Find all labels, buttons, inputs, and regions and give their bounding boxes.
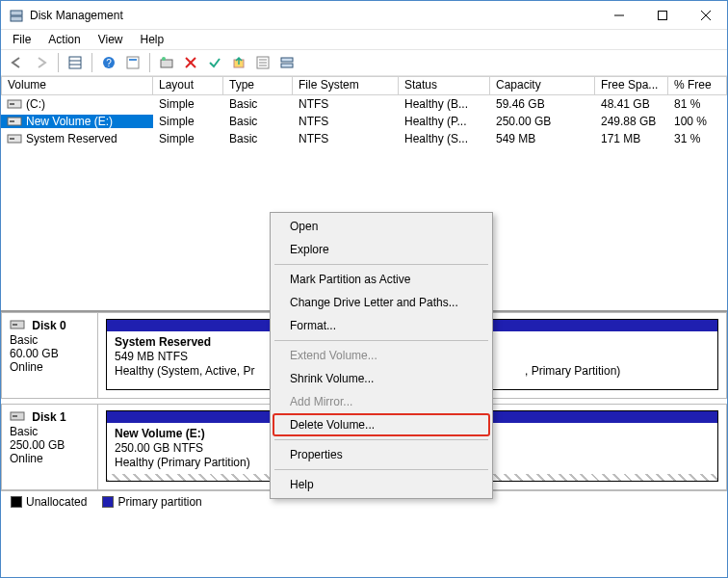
ctx-separator bbox=[274, 264, 488, 265]
help-icon[interactable]: ? bbox=[98, 52, 119, 73]
toolbar-separator bbox=[58, 53, 59, 72]
cell-capacity: 549 MB bbox=[490, 132, 595, 145]
cell-free: 249.88 GB bbox=[595, 115, 668, 128]
ctx-format[interactable]: Format... bbox=[273, 314, 490, 337]
ctx-delete-volume[interactable]: Delete Volume... bbox=[273, 413, 490, 436]
partition[interactable]: System Reserved 549 MB NTFS Healthy (Sys… bbox=[106, 319, 274, 390]
toolbar: ? bbox=[1, 49, 727, 76]
detail-icon[interactable] bbox=[276, 52, 298, 73]
svg-rect-1 bbox=[11, 16, 22, 21]
cell-pfree: 31 % bbox=[668, 132, 726, 145]
svg-rect-6 bbox=[69, 57, 81, 68]
partition-status: Healthy (Primary Partition) bbox=[115, 456, 250, 469]
legend-unallocated: Unallocated bbox=[11, 495, 87, 509]
partition-title: New Volume (E:) bbox=[115, 427, 205, 440]
svg-rect-31 bbox=[13, 324, 17, 326]
disk-icon bbox=[10, 410, 25, 425]
cell-type: Basic bbox=[223, 132, 293, 145]
refresh-icon[interactable] bbox=[156, 52, 177, 73]
cell-type: Basic bbox=[223, 97, 293, 111]
table-row[interactable]: (C:) Simple Basic NTFS Healthy (B... 59.… bbox=[1, 95, 727, 113]
svg-rect-3 bbox=[658, 11, 666, 19]
svg-point-14 bbox=[162, 57, 166, 61]
maximize-button[interactable] bbox=[640, 1, 684, 29]
col-free[interactable]: Free Spa... bbox=[595, 76, 668, 95]
swatch-primary bbox=[102, 496, 114, 508]
disk-type: Basic bbox=[10, 333, 38, 347]
partition-status: , Primary Partition) bbox=[525, 364, 620, 378]
col-layout[interactable]: Layout bbox=[153, 76, 223, 95]
minimize-button[interactable] bbox=[597, 1, 640, 29]
col-capacity[interactable]: Capacity bbox=[490, 76, 595, 95]
ctx-explore[interactable]: Explore bbox=[273, 238, 490, 261]
ctx-help[interactable]: Help bbox=[273, 473, 490, 496]
svg-rect-23 bbox=[281, 64, 293, 67]
ctx-open[interactable]: Open bbox=[273, 215, 490, 238]
volume-name: (C:) bbox=[26, 97, 45, 111]
col-status[interactable]: Status bbox=[399, 76, 490, 95]
ctx-properties[interactable]: Properties bbox=[273, 443, 490, 466]
cell-fs: NTFS bbox=[293, 97, 399, 111]
disk-id: Disk 1 bbox=[32, 410, 65, 424]
col-fs[interactable]: File System bbox=[293, 76, 399, 95]
volume-list-header: Volume Layout Type File System Status Ca… bbox=[1, 76, 727, 95]
drive-icon bbox=[7, 133, 22, 144]
col-percent-free[interactable]: % Free bbox=[668, 76, 727, 95]
ctx-separator bbox=[274, 340, 488, 341]
disk-size: 60.00 GB bbox=[10, 347, 59, 360]
cell-capacity: 250.00 GB bbox=[490, 115, 595, 128]
delete-icon[interactable] bbox=[180, 52, 201, 73]
partition-title: System Reserved bbox=[115, 335, 211, 349]
disk-status: Online bbox=[10, 360, 43, 374]
menu-action[interactable]: Action bbox=[40, 32, 88, 47]
cell-free: 171 MB bbox=[595, 132, 668, 145]
toolbar-separator bbox=[149, 53, 150, 72]
titlebar: Disk Management bbox=[1, 1, 727, 30]
list-icon[interactable] bbox=[252, 52, 273, 73]
ctx-change-letter[interactable]: Change Drive Letter and Paths... bbox=[273, 291, 490, 314]
disk-label[interactable]: Disk 1 Basic 250.00 GB Online bbox=[2, 405, 98, 489]
window-controls bbox=[597, 1, 727, 29]
partition-status: Healthy (System, Active, Pr bbox=[115, 364, 254, 378]
close-button[interactable] bbox=[684, 1, 727, 29]
cell-free: 48.41 GB bbox=[595, 97, 668, 111]
back-button[interactable] bbox=[7, 52, 28, 73]
menu-help[interactable]: Help bbox=[133, 32, 172, 47]
menubar: File Action View Help bbox=[1, 30, 727, 49]
menu-view[interactable]: View bbox=[91, 32, 131, 47]
disk-label[interactable]: Disk 0 Basic 60.00 GB Online bbox=[2, 313, 98, 398]
cell-fs: NTFS bbox=[293, 115, 399, 128]
cell-type: Basic bbox=[223, 115, 293, 128]
cell-pfree: 100 % bbox=[668, 115, 726, 128]
disk-size: 250.00 GB bbox=[10, 438, 65, 452]
menu-file[interactable]: File bbox=[5, 32, 39, 47]
drive-icon bbox=[7, 98, 22, 110]
cell-capacity: 59.46 GB bbox=[490, 97, 595, 111]
svg-rect-33 bbox=[13, 415, 17, 417]
col-type[interactable]: Type bbox=[223, 76, 293, 95]
col-volume[interactable]: Volume bbox=[1, 76, 153, 95]
partition-size: 250.00 GB NTFS bbox=[115, 441, 203, 455]
cell-status: Healthy (B... bbox=[399, 97, 490, 111]
ctx-shrink-volume[interactable]: Shrink Volume... bbox=[273, 367, 490, 390]
swatch-unallocated bbox=[11, 496, 22, 508]
svg-rect-0 bbox=[11, 11, 22, 15]
ctx-mark-active[interactable]: Mark Partition as Active bbox=[273, 268, 490, 291]
disk-id: Disk 0 bbox=[32, 319, 65, 332]
table-row[interactable]: System Reserved Simple Basic NTFS Health… bbox=[1, 130, 727, 147]
svg-rect-13 bbox=[161, 60, 172, 67]
svg-rect-11 bbox=[127, 57, 139, 68]
properties-icon[interactable] bbox=[122, 52, 143, 73]
check-icon[interactable] bbox=[204, 52, 225, 73]
table-row[interactable]: New Volume (E:) Simple Basic NTFS Health… bbox=[1, 113, 727, 130]
table-view-icon[interactable] bbox=[65, 52, 86, 73]
ctx-extend-volume: Extend Volume... bbox=[273, 344, 490, 367]
drive-icon bbox=[7, 116, 22, 127]
export-icon[interactable] bbox=[228, 52, 249, 73]
cell-layout: Simple bbox=[153, 132, 223, 145]
forward-button[interactable] bbox=[31, 52, 52, 73]
cell-pfree: 81 % bbox=[668, 97, 726, 111]
cell-status: Healthy (S... bbox=[399, 132, 490, 145]
volume-name: New Volume (E:) bbox=[26, 115, 113, 128]
partition-size: 549 MB NTFS bbox=[115, 350, 188, 363]
